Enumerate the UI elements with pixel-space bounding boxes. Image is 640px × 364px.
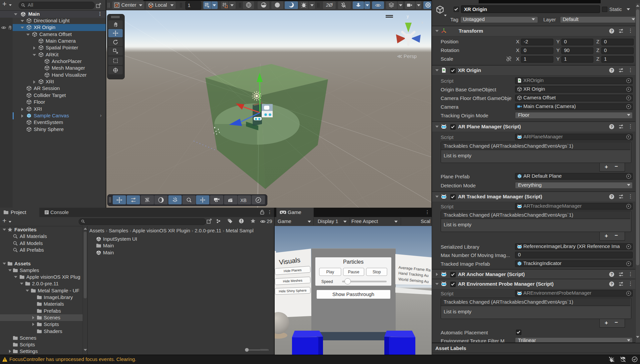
svg-text:?: ? <box>611 282 613 286</box>
svg-text:?: ? <box>611 29 613 33</box>
svg-text:Particles: Particles <box>343 259 363 265</box>
svg-text:?: ? <box>611 272 613 276</box>
svg-text:Show Passthrough: Show Passthrough <box>332 291 374 297</box>
svg-text:?: ? <box>611 195 613 199</box>
svg-text:Play: Play <box>326 270 334 274</box>
svg-text:Speed: Speed <box>321 279 333 284</box>
svg-text:Pause: Pause <box>348 270 359 274</box>
svg-text:?: ? <box>611 68 613 72</box>
svg-text:y: y <box>407 14 409 19</box>
svg-text:x: x <box>421 20 423 24</box>
svg-text:Stop: Stop <box>373 270 381 274</box>
svg-text:?: ? <box>611 125 613 129</box>
